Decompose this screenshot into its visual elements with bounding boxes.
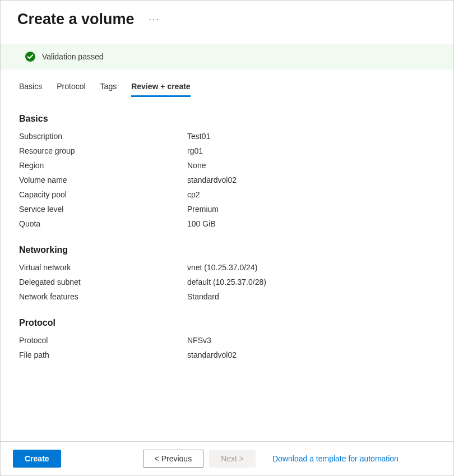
row-region: Region None bbox=[19, 161, 435, 170]
row-protocol: Protocol NFSv3 bbox=[19, 336, 435, 345]
section-title-networking: Networking bbox=[19, 245, 435, 255]
value-protocol: NFSv3 bbox=[187, 336, 211, 345]
row-capacity-pool: Capacity pool cp2 bbox=[19, 190, 435, 199]
label-protocol: Protocol bbox=[19, 336, 187, 345]
label-resource-group: Resource group bbox=[19, 146, 187, 155]
row-file-path: File path standardvol02 bbox=[19, 350, 435, 359]
value-subscription: Test01 bbox=[187, 132, 210, 141]
tab-review-create[interactable]: Review + create bbox=[131, 82, 190, 97]
row-virtual-network: Virtual network vnet (10.25.37.0/24) bbox=[19, 263, 435, 272]
value-service-level: Premium bbox=[187, 205, 219, 214]
tab-protocol[interactable]: Protocol bbox=[57, 82, 85, 97]
section-title-protocol: Protocol bbox=[19, 318, 435, 328]
label-capacity-pool: Capacity pool bbox=[19, 190, 187, 199]
create-button[interactable]: Create bbox=[13, 450, 61, 468]
wizard-footer: Create < Previous Next > Download a temp… bbox=[1, 441, 453, 475]
value-quota: 100 GiB bbox=[187, 219, 216, 228]
validation-message: Validation passed bbox=[42, 52, 103, 61]
label-delegated-subnet: Delegated subnet bbox=[19, 278, 187, 286]
value-capacity-pool: cp2 bbox=[187, 190, 200, 199]
value-file-path: standardvol02 bbox=[187, 350, 237, 359]
label-file-path: File path bbox=[19, 350, 187, 359]
more-actions-icon[interactable]: ··· bbox=[147, 12, 162, 27]
tab-tags[interactable]: Tags bbox=[100, 82, 117, 97]
row-network-features: Network features Standard bbox=[19, 292, 435, 301]
previous-button[interactable]: < Previous bbox=[143, 450, 204, 468]
label-service-level: Service level bbox=[19, 205, 187, 214]
value-network-features: Standard bbox=[187, 292, 219, 301]
next-button: Next > bbox=[209, 450, 256, 468]
row-volume-name: Volume name standardvol02 bbox=[19, 175, 435, 184]
wizard-tabs: Basics Protocol Tags Review + create bbox=[1, 70, 453, 97]
value-volume-name: standardvol02 bbox=[187, 175, 237, 184]
value-delegated-subnet: default (10.25.37.0/28) bbox=[187, 278, 266, 286]
svg-point-0 bbox=[25, 52, 35, 62]
validation-banner: Validation passed bbox=[1, 44, 453, 70]
row-subscription: Subscription Test01 bbox=[19, 132, 435, 141]
tab-basics[interactable]: Basics bbox=[19, 82, 42, 97]
section-title-basics: Basics bbox=[19, 114, 435, 124]
success-check-icon bbox=[25, 52, 35, 62]
label-virtual-network: Virtual network bbox=[19, 263, 187, 272]
row-delegated-subnet: Delegated subnet default (10.25.37.0/28) bbox=[19, 278, 435, 286]
label-quota: Quota bbox=[19, 219, 187, 228]
page-title: Create a volume bbox=[17, 11, 135, 28]
row-service-level: Service level Premium bbox=[19, 205, 435, 214]
row-resource-group: Resource group rg01 bbox=[19, 146, 435, 155]
label-subscription: Subscription bbox=[19, 132, 187, 141]
download-template-link[interactable]: Download a template for automation bbox=[272, 454, 399, 463]
label-network-features: Network features bbox=[19, 292, 187, 301]
label-volume-name: Volume name bbox=[19, 175, 187, 184]
label-region: Region bbox=[19, 161, 187, 170]
value-resource-group: rg01 bbox=[187, 146, 203, 155]
value-virtual-network: vnet (10.25.37.0/24) bbox=[187, 263, 257, 272]
row-quota: Quota 100 GiB bbox=[19, 219, 435, 228]
value-region: None bbox=[187, 161, 206, 170]
